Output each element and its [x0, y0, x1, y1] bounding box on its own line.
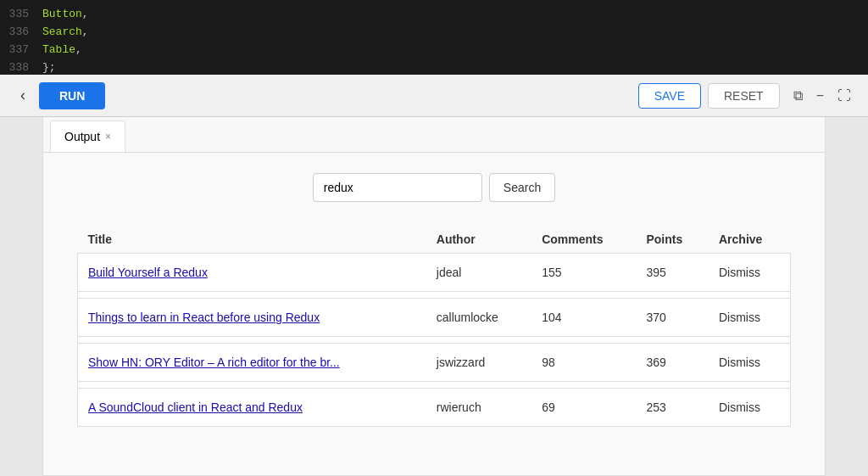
- run-button[interactable]: RUN: [39, 82, 105, 109]
- author-cell: jswizzard: [426, 344, 531, 382]
- col-header-points: Points: [636, 226, 709, 254]
- output-tab-label: Output: [64, 130, 100, 143]
- title-link[interactable]: Build Yourself a Redux: [88, 266, 208, 279]
- open-external-icon[interactable]: ⧉: [790, 87, 806, 105]
- table-row: A SoundCloud client in React and Redux r…: [78, 389, 791, 427]
- table-row: Build Yourself a Redux jdeal 155 395 Dis…: [78, 254, 791, 292]
- comments-cell: 155: [531, 254, 636, 292]
- reset-button[interactable]: RESET: [708, 83, 780, 109]
- title-cell: A SoundCloud client in React and Redux: [78, 389, 426, 427]
- line-number: 336: [0, 25, 42, 38]
- code-line-338: 338 };: [0, 59, 868, 75]
- comments-cell: 104: [531, 299, 636, 337]
- title-link[interactable]: Things to learn in React before using Re…: [88, 311, 320, 324]
- table-header: Title Author Comments Points Archive: [78, 226, 791, 254]
- tab-close-icon[interactable]: ×: [105, 131, 111, 143]
- title-link[interactable]: Show HN: ORY Editor – A rich editor for …: [88, 356, 340, 369]
- dismiss-cell[interactable]: Dismiss: [709, 254, 791, 292]
- toolbar: ‹ RUN SAVE RESET ⧉ − ⛶: [0, 75, 868, 117]
- search-input[interactable]: [313, 173, 482, 202]
- dismiss-cell[interactable]: Dismiss: [709, 344, 791, 382]
- code-editor: 335 Button, 336 Search, 337 Table, 338 }…: [0, 0, 868, 75]
- back-button[interactable]: ‹: [14, 83, 32, 108]
- line-number: 335: [0, 8, 42, 20]
- title-cell: Show HN: ORY Editor – A rich editor for …: [78, 344, 426, 382]
- code-line-336: 336 Search,: [0, 23, 868, 41]
- output-tab[interactable]: Output ×: [50, 120, 125, 152]
- col-header-comments: Comments: [531, 226, 636, 254]
- points-cell: 253: [636, 389, 709, 427]
- title-cell: Build Yourself a Redux: [78, 254, 426, 292]
- author-cell: rwieruch: [426, 389, 531, 427]
- save-button[interactable]: SAVE: [638, 83, 701, 109]
- col-header-archive: Archive: [709, 226, 791, 254]
- points-cell: 395: [636, 254, 709, 292]
- dismiss-cell[interactable]: Dismiss: [709, 389, 791, 427]
- title-cell: Things to learn in React before using Re…: [78, 299, 426, 337]
- col-header-author: Author: [426, 226, 531, 254]
- minimize-icon[interactable]: −: [813, 87, 827, 105]
- col-header-title: Title: [78, 226, 426, 254]
- results-table: Title Author Comments Points Archive Bui…: [77, 226, 791, 427]
- author-cell: callumlocke: [426, 299, 531, 337]
- table-row: Things to learn in React before using Re…: [78, 299, 791, 337]
- output-tabs: Output ×: [43, 117, 825, 153]
- code-line-335: 335 Button,: [0, 5, 868, 23]
- points-cell: 369: [636, 344, 709, 382]
- line-number: 338: [0, 61, 42, 74]
- table-body: Build Yourself a Redux jdeal 155 395 Dis…: [78, 254, 791, 427]
- code-line-337: 337 Table,: [0, 41, 868, 59]
- comments-cell: 69: [531, 389, 636, 427]
- line-number: 337: [0, 43, 42, 56]
- search-bar: Search: [77, 173, 791, 202]
- points-cell: 370: [636, 299, 709, 337]
- table-row: Show HN: ORY Editor – A rich editor for …: [78, 344, 791, 382]
- search-button[interactable]: Search: [489, 173, 555, 202]
- author-cell: jdeal: [426, 254, 531, 292]
- expand-icon[interactable]: ⛶: [834, 87, 854, 105]
- comments-cell: 98: [531, 344, 636, 382]
- title-link[interactable]: A SoundCloud client in React and Redux: [88, 400, 303, 414]
- output-panel: Output × Search Title Author Comments Po…: [42, 117, 826, 476]
- toolbar-icons: ⧉ − ⛶: [790, 87, 854, 105]
- dismiss-cell[interactable]: Dismiss: [709, 299, 791, 337]
- output-content: Search Title Author Comments Points Arch…: [43, 153, 825, 475]
